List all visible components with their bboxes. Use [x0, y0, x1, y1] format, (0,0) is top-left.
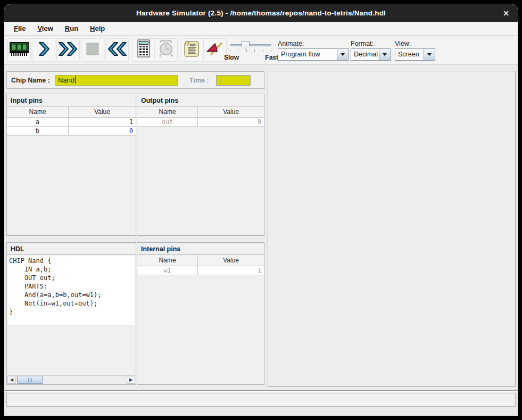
menu-file[interactable]: File	[10, 23, 30, 34]
toolbar: Slow Fast Animate: Program flow Format: …	[4, 36, 518, 64]
view-group: View: Screen	[395, 40, 435, 61]
animate-select-value: Program flow	[278, 49, 337, 60]
title-bar[interactable]: Hardware Simulator (2.5) - /home/thomas/…	[4, 4, 518, 22]
pin-value: 0	[198, 118, 264, 126]
chip-name-value: Nand	[58, 76, 74, 84]
animate-select[interactable]: Program flow	[278, 48, 349, 61]
format-label: Format:	[351, 40, 391, 47]
menu-help[interactable]: Help	[86, 23, 109, 34]
hdl-title: HDL	[7, 243, 136, 255]
column-header-value: Value	[198, 106, 264, 117]
hdl-code-line: IN a,b;	[9, 265, 135, 274]
chevron-down-icon[interactable]	[337, 49, 348, 60]
output-pins-panel: Output pins Name Value out 0	[137, 94, 264, 236]
fast-forward-icon	[57, 40, 79, 60]
pin-value[interactable]: 1	[69, 118, 136, 126]
window-title: Hardware Simulator (2.5) - /home/thomas/…	[136, 9, 386, 17]
hdl-code-view[interactable]: CHIP Nand { IN a,b; OUT out; PARTS: And(…	[7, 256, 135, 325]
time-value: 7	[219, 76, 222, 84]
internal-pins-panel: Internal pins Name Value w1 1	[137, 242, 264, 385]
scrollbar-thumb[interactable]	[17, 376, 43, 384]
chip-display-panel	[268, 71, 516, 387]
column-header-name: Name	[137, 106, 198, 117]
slider-thumb[interactable]	[242, 41, 250, 50]
slider-ticks	[230, 50, 271, 53]
column-header-name: Name	[137, 255, 198, 266]
hdl-code-line: OUT out;	[9, 274, 135, 282]
hdl-code-line: Not(in=w1,out=out);	[9, 299, 135, 308]
format-select[interactable]: Decimal	[351, 48, 391, 61]
pin-name: a	[7, 118, 69, 126]
app-window: Hardware Simulator (2.5) - /home/thomas/…	[4, 4, 518, 416]
memory-chip-icon	[9, 41, 29, 59]
output-pins-table: Name Value out 0	[137, 106, 264, 127]
reset-button[interactable]	[105, 38, 129, 62]
table-row: w1 1	[137, 266, 264, 275]
input-pins-panel: Input pins Name Value a 1 b 0	[6, 94, 136, 236]
pin-name: w1	[137, 266, 198, 275]
chevron-down-icon[interactable]	[379, 49, 390, 60]
stop-button[interactable]	[81, 38, 104, 62]
run-button[interactable]	[56, 38, 80, 62]
format-group: Format: Decimal	[351, 40, 391, 61]
single-step-button[interactable]	[32, 38, 55, 62]
column-header-name: Name	[7, 106, 69, 117]
pin-name: b	[7, 127, 69, 135]
column-header-value: Value	[198, 255, 264, 266]
alarm-clock-icon	[157, 39, 175, 61]
input-pins-table: Name Value a 1 b 0	[7, 106, 136, 136]
scroll-left-icon[interactable]: ◀	[7, 376, 16, 384]
chevron-down-icon[interactable]	[424, 49, 435, 60]
table-header-row: Name Value	[137, 106, 264, 118]
output-pins-title: Output pins	[137, 94, 264, 106]
step-forward-icon	[36, 40, 52, 60]
hdl-code-line: And(a=a,b=b,out=w1);	[9, 291, 135, 299]
slider-fast-label: Fast	[265, 54, 278, 61]
internal-pins-title: Internal pins	[137, 243, 264, 255]
stop-icon	[85, 42, 100, 59]
view-select[interactable]: Screen	[395, 48, 435, 61]
chip-name-input[interactable]: Nand	[55, 75, 178, 86]
hdl-code-line: }	[9, 308, 135, 316]
animate-group: Animate: Program flow	[278, 40, 349, 61]
menu-run[interactable]: Run	[61, 23, 82, 34]
time-label: Time :	[189, 77, 209, 84]
table-header-row: Name Value	[7, 106, 136, 118]
scroll-document-icon	[183, 39, 200, 61]
menu-bar: File View Run Help	[4, 22, 518, 36]
format-select-value: Decimal	[351, 49, 379, 60]
hdl-panel: HDL CHIP Nand { IN a,b; OUT out; PARTS: …	[6, 242, 136, 385]
column-header-value: Value	[69, 106, 136, 117]
hdl-horizontal-scrollbar[interactable]: ◀ ▶	[7, 375, 135, 384]
chip-name-panel: Chip Name : Nand Time : 7	[6, 71, 264, 89]
view-label: View:	[395, 40, 435, 47]
hdl-code-line: CHIP Nand {	[9, 257, 135, 265]
calculator-button[interactable]	[132, 38, 155, 62]
animate-label: Animate:	[278, 40, 349, 47]
text-cursor	[75, 76, 76, 84]
speed-slider[interactable]: Slow Fast	[225, 38, 276, 62]
view-script-button[interactable]	[180, 38, 203, 62]
load-chip-button[interactable]	[7, 38, 31, 62]
pin-value: 1	[198, 266, 264, 275]
breakpoints-button[interactable]	[203, 38, 227, 62]
calculator-icon	[136, 39, 152, 61]
pin-value[interactable]: 0	[69, 127, 136, 135]
table-row: a 1	[7, 118, 136, 127]
input-pins-title: Input pins	[7, 94, 136, 106]
rewind-icon	[106, 40, 128, 60]
table-row: b 0	[7, 127, 136, 136]
slider-slow-label: Slow	[224, 54, 239, 61]
hdl-code-line: PARTS:	[9, 282, 135, 291]
table-header-row: Name Value	[137, 255, 264, 266]
scroll-right-icon[interactable]: ▶	[127, 376, 135, 384]
status-separator	[4, 390, 518, 392]
chip-name-label: Chip Name :	[11, 77, 50, 84]
table-row: out 0	[137, 118, 264, 127]
slider-track[interactable]	[230, 44, 271, 46]
close-icon[interactable]: ✕	[503, 4, 509, 22]
pin-name: out	[137, 118, 198, 126]
status-bar	[6, 393, 516, 407]
clock-button[interactable]	[154, 38, 178, 62]
menu-view[interactable]: View	[33, 23, 57, 34]
